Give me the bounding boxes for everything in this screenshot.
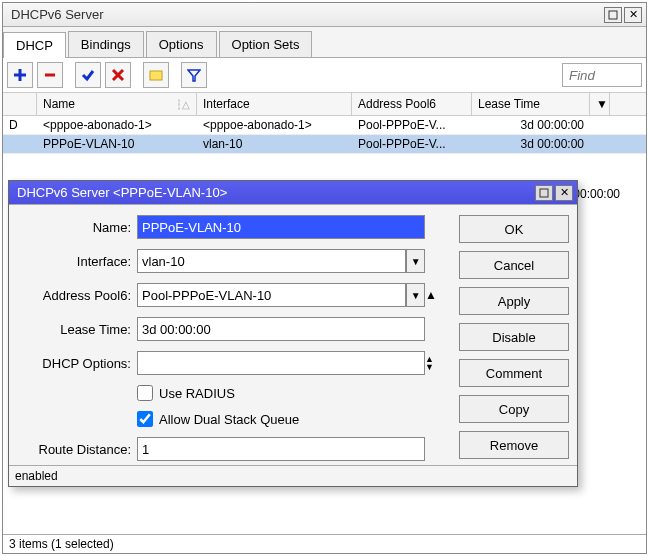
button-column: OK Cancel Apply Disable Comment Copy Rem…	[459, 215, 569, 461]
col-name[interactable]: Name┆△	[37, 93, 197, 115]
copy-button[interactable]: Copy	[459, 395, 569, 423]
cell-interface: vlan-10	[197, 135, 352, 153]
interface-dropdown-button[interactable]: ▼	[406, 249, 425, 273]
disable-button[interactable]: Disable	[459, 323, 569, 351]
title-bar: DHCPv6 Server ✕	[3, 3, 646, 27]
table-row[interactable]: PPPoE-VLAN-10 vlan-10 Pool-PPPoE-V... 3d…	[3, 135, 646, 154]
svg-rect-6	[150, 71, 162, 80]
remove-button[interactable]	[37, 62, 63, 88]
pool-collapse-icon[interactable]: ▲	[425, 288, 447, 302]
grid-body: D <pppoe-abonado-1> <pppoe-abonado-1> Po…	[3, 116, 646, 154]
toolbar	[3, 58, 646, 93]
label-options: DHCP Options:	[17, 356, 137, 371]
cell-lease: 3d 00:00:00	[472, 135, 590, 153]
interface-field[interactable]	[137, 249, 406, 273]
col-interface[interactable]: Interface	[197, 93, 352, 115]
label-lease: Lease Time:	[17, 322, 137, 337]
svg-rect-8	[540, 189, 548, 197]
tab-options[interactable]: Options	[146, 31, 217, 57]
svg-marker-7	[188, 70, 200, 81]
dual-stack-checkbox[interactable]	[137, 411, 153, 427]
label-route: Route Distance:	[17, 442, 137, 457]
grid-header: Name┆△ Interface Address Pool6 Lease Tim…	[3, 93, 646, 116]
remove-button[interactable]: Remove	[459, 431, 569, 459]
comment-button[interactable]	[143, 62, 169, 88]
pool-dropdown-button[interactable]: ▼	[406, 283, 425, 307]
pool-field[interactable]	[137, 283, 406, 307]
col-lease[interactable]: Lease Time	[472, 93, 590, 115]
tab-bar: DHCP Bindings Options Option Sets	[3, 27, 646, 58]
window-title: DHCPv6 Server	[7, 7, 602, 22]
cell-name: <pppoe-abonado-1>	[37, 116, 197, 134]
enable-button[interactable]	[75, 62, 101, 88]
cell-interface: <pppoe-abonado-1>	[197, 116, 352, 134]
resize-handle-icon[interactable]: ┆△	[176, 99, 190, 110]
cell-lease: 3d 00:00:00	[472, 116, 590, 134]
disable-button[interactable]	[105, 62, 131, 88]
lease-field[interactable]	[137, 317, 425, 341]
close-button[interactable]: ✕	[624, 7, 642, 23]
cell-name: PPPoE-VLAN-10	[37, 135, 197, 153]
options-spinner-icon[interactable]: ▲▼	[425, 355, 447, 371]
dhcpv6-server-dialog: DHCPv6 Server <PPPoE-VLAN-10> ✕ Name: In…	[8, 180, 578, 487]
use-radius-checkbox[interactable]	[137, 385, 153, 401]
dialog-title: DHCPv6 Server <PPPoE-VLAN-10>	[13, 185, 533, 200]
hidden-row-lease: 00:00:00	[573, 187, 620, 201]
dialog-status: enabled	[9, 465, 577, 486]
tab-bindings[interactable]: Bindings	[68, 31, 144, 57]
tab-option-sets[interactable]: Option Sets	[219, 31, 313, 57]
form: Name: Interface: ▼ Address Pool6: ▼ ▲ Le…	[17, 215, 447, 461]
label-dual: Allow Dual Stack Queue	[159, 412, 299, 427]
cell-pool: Pool-PPPoE-V...	[352, 116, 472, 134]
dialog-title-bar: DHCPv6 Server <PPPoE-VLAN-10> ✕	[9, 181, 577, 205]
label-pool: Address Pool6:	[17, 288, 137, 303]
label-interface: Interface:	[17, 254, 137, 269]
minimize-button[interactable]	[604, 7, 622, 23]
cancel-button[interactable]: Cancel	[459, 251, 569, 279]
label-name: Name:	[17, 220, 137, 235]
ok-button[interactable]: OK	[459, 215, 569, 243]
name-field[interactable]	[137, 215, 425, 239]
route-distance-field[interactable]	[137, 437, 425, 461]
options-field[interactable]	[137, 351, 425, 375]
filter-button[interactable]	[181, 62, 207, 88]
label-radius: Use RADIUS	[159, 386, 235, 401]
cell-pool: Pool-PPPoE-V...	[352, 135, 472, 153]
comment-button[interactable]: Comment	[459, 359, 569, 387]
find-input[interactable]	[562, 63, 642, 87]
apply-button[interactable]: Apply	[459, 287, 569, 315]
cell-flag: D	[3, 116, 37, 134]
dialog-minimize-button[interactable]	[535, 185, 553, 201]
table-row[interactable]: D <pppoe-abonado-1> <pppoe-abonado-1> Po…	[3, 116, 646, 135]
col-menu-button[interactable]: ▼	[590, 93, 610, 115]
status-bar: 3 items (1 selected)	[3, 534, 646, 553]
add-button[interactable]	[7, 62, 33, 88]
svg-rect-0	[609, 11, 617, 19]
col-pool[interactable]: Address Pool6	[352, 93, 472, 115]
dialog-close-button[interactable]: ✕	[555, 185, 573, 201]
tab-dhcp[interactable]: DHCP	[3, 32, 66, 58]
col-flag[interactable]	[3, 93, 37, 115]
cell-flag	[3, 135, 37, 153]
